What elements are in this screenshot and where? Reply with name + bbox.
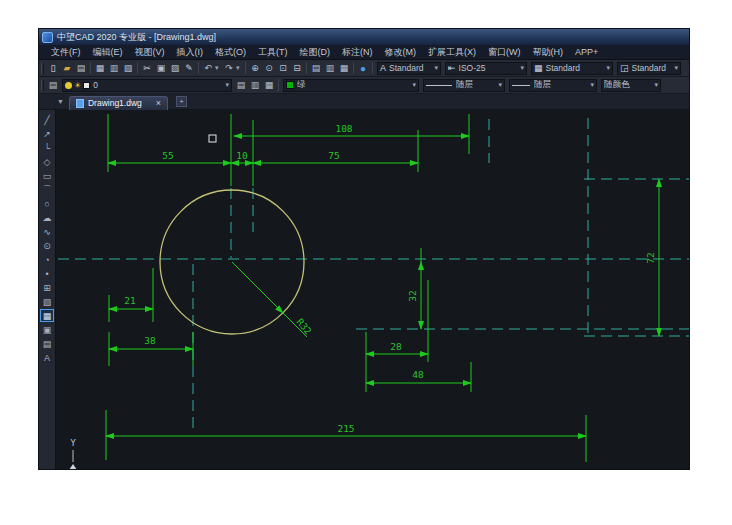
- dimension-texts: 108 55 10 75 21 38 28 48 215 32 72 R32: [124, 123, 656, 434]
- dim-21: 21: [124, 295, 136, 306]
- table-style-combo[interactable]: ▦ Standard ▾: [531, 62, 613, 75]
- chevron-down-icon: ▾: [590, 81, 594, 89]
- make-object-layer-current-icon[interactable]: ▤: [234, 79, 248, 92]
- zwcad-logo-icon: [42, 32, 53, 43]
- undo-icon[interactable]: ↶: [201, 62, 215, 75]
- plot-style-combo[interactable]: 随颜色 ▾: [601, 79, 661, 92]
- menu-format[interactable]: 格式(O): [209, 46, 252, 59]
- radius-leader[interactable]: [232, 262, 307, 337]
- gradient-icon[interactable]: ▦: [40, 309, 54, 322]
- zoom-realtime-icon[interactable]: ⊙: [262, 62, 276, 75]
- dim-style-combo[interactable]: ⇤ ISO-25 ▾: [445, 62, 527, 75]
- layer-previous-icon[interactable]: ▥: [248, 79, 262, 92]
- arc-icon[interactable]: ⌒: [40, 183, 54, 196]
- rectangle-icon[interactable]: ▭: [40, 169, 54, 182]
- drawing-canvas[interactable]: 108 55 10 75 21 38 28 48 215 32 72 R32: [56, 110, 690, 470]
- menu-app-plus[interactable]: APP+: [569, 47, 604, 57]
- tool-palettes-icon[interactable]: ▥: [323, 62, 337, 75]
- plot-icon[interactable]: ▦: [93, 62, 107, 75]
- point-icon[interactable]: •: [40, 267, 54, 280]
- radius-label: R32: [294, 316, 313, 336]
- viewport-style-value: Standard: [632, 63, 672, 73]
- color-value: 绿: [297, 79, 409, 91]
- dim-75: 75: [328, 150, 339, 161]
- new-file-icon[interactable]: ▯: [46, 62, 60, 75]
- region-icon[interactable]: ▣: [40, 323, 54, 336]
- spline-icon[interactable]: ∿: [40, 225, 54, 238]
- toolbar-grip[interactable]: [41, 63, 44, 74]
- insert-block-icon[interactable]: ⊞: [40, 281, 54, 294]
- redo-icon[interactable]: ↷: [222, 62, 236, 75]
- tab-list-dropdown-icon[interactable]: ▼: [57, 98, 64, 105]
- paste-icon[interactable]: ▨: [168, 62, 182, 75]
- sheet-set-icon[interactable]: ▦: [337, 62, 351, 75]
- linetype-value: 随层: [456, 79, 495, 91]
- drawing-tab-bar: ▼ Drawing1.dwg × +: [39, 94, 689, 110]
- publish-icon[interactable]: ▧: [121, 62, 135, 75]
- polygon-icon[interactable]: ◇: [40, 155, 54, 168]
- layer-name-value: 0: [93, 80, 222, 90]
- zoom-window-icon[interactable]: ⊡: [276, 62, 290, 75]
- chevron-down-icon: ▾: [225, 81, 229, 89]
- menu-help[interactable]: 帮助(H): [527, 46, 570, 59]
- menu-window[interactable]: 窗口(W): [482, 46, 527, 59]
- layer-combo[interactable]: ☀ 0 ▾: [62, 79, 232, 92]
- preview-icon[interactable]: ▥: [107, 62, 121, 75]
- match-properties-icon[interactable]: ✎: [182, 62, 196, 75]
- mtext-icon[interactable]: A: [40, 351, 54, 364]
- copy-icon[interactable]: ▣: [154, 62, 168, 75]
- undo-dropdown-icon[interactable]: ▾: [215, 64, 222, 72]
- layer-states-icon[interactable]: ▦: [262, 79, 276, 92]
- toolbar-grip[interactable]: [41, 80, 44, 91]
- linetype-combo[interactable]: 随层 ▾: [423, 79, 505, 92]
- pan-icon[interactable]: ⊕: [248, 62, 262, 75]
- zoom-previous-icon[interactable]: ⊟: [290, 62, 304, 75]
- menu-modify[interactable]: 修改(M): [379, 46, 423, 59]
- menu-edit[interactable]: 编辑(E): [87, 46, 129, 59]
- menu-file[interactable]: 文件(F): [45, 46, 87, 59]
- dim-72: 72: [645, 252, 656, 263]
- color-combo[interactable]: 绿 ▾: [283, 79, 419, 92]
- drawing-file-icon: [76, 99, 84, 108]
- linetype-sample-icon: [426, 85, 452, 86]
- menu-insert[interactable]: 插入(I): [171, 46, 210, 59]
- standard-toolbar: ▯ ▰ ▤ ▦ ▥ ▧ ✂ ▣ ▨ ✎ ↶ ▾ ↷ ▾ ⊕ ⊙ ⊡ ⊟ ▤ ▥ …: [39, 60, 689, 77]
- dimension-lines[interactable]: [106, 136, 659, 436]
- menu-view[interactable]: 视图(V): [129, 46, 171, 59]
- cut-icon[interactable]: ✂: [140, 62, 154, 75]
- menu-draw[interactable]: 绘图(D): [294, 46, 337, 59]
- tab-drawing1[interactable]: Drawing1.dwg ×: [69, 96, 168, 110]
- toolbar-separator: [306, 62, 307, 74]
- ray-icon[interactable]: ↗: [40, 127, 54, 140]
- table-icon[interactable]: ▤: [40, 337, 54, 350]
- layer-properties-manager-icon[interactable]: ▤: [46, 79, 60, 92]
- lineweight-combo[interactable]: 随层 ▾: [509, 79, 597, 92]
- menu-tools[interactable]: 工具(T): [252, 46, 294, 59]
- new-drawing-icon[interactable]: +: [176, 96, 187, 107]
- viewport-style-combo[interactable]: ◲ Standard ▾: [617, 62, 681, 75]
- hatch-icon[interactable]: ▨: [40, 295, 54, 308]
- properties-palette-icon[interactable]: ▤: [309, 62, 323, 75]
- redo-dropdown-icon[interactable]: ▾: [236, 64, 243, 72]
- ellipse-icon[interactable]: ⊙: [40, 239, 54, 252]
- line-icon[interactable]: ╱: [40, 113, 54, 126]
- dim-28: 28: [390, 341, 402, 352]
- text-style-combo[interactable]: A Standard ▾: [377, 62, 441, 75]
- menu-dimension[interactable]: 标注(N): [336, 46, 379, 59]
- chevron-down-icon: ▾: [434, 64, 438, 72]
- open-folder-icon[interactable]: ▰: [60, 62, 74, 75]
- menu-express-tools[interactable]: 扩展工具(X): [422, 46, 482, 59]
- table-style-value: Standard: [546, 63, 604, 73]
- dim-108: 108: [335, 123, 352, 134]
- save-icon[interactable]: ▤: [74, 62, 88, 75]
- color-swatch-green: [286, 81, 294, 89]
- revision-cloud-icon[interactable]: ☁: [40, 211, 54, 224]
- toolbar-separator: [137, 62, 138, 74]
- polyline-icon[interactable]: └: [40, 141, 54, 154]
- design-center-icon[interactable]: ●: [356, 62, 370, 75]
- ellipse-arc-icon[interactable]: ◔: [40, 253, 54, 266]
- tab-close-icon[interactable]: ×: [156, 98, 161, 108]
- lineweight-value: 随层: [534, 79, 587, 91]
- dim-38: 38: [144, 335, 156, 346]
- circle-icon[interactable]: ○: [40, 197, 54, 210]
